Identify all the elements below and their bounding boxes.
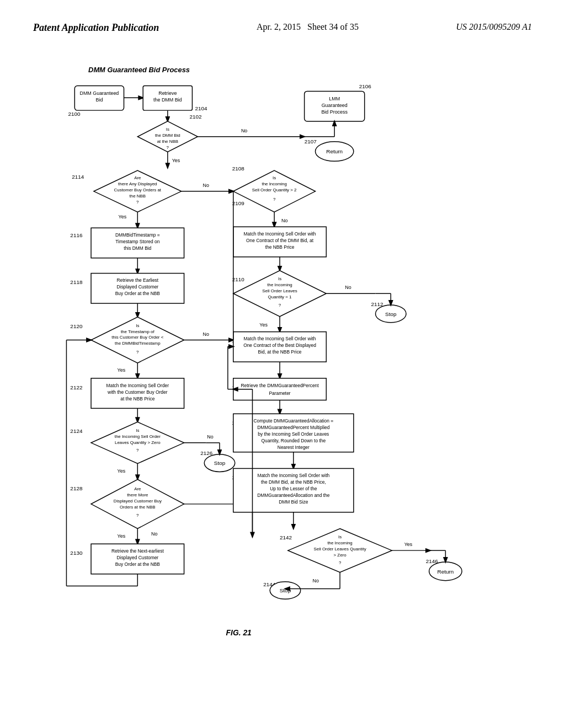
svg-text:?: ? (273, 197, 276, 202)
svg-text:Yes: Yes (172, 158, 180, 163)
svg-text:Compute DMMGuaranteedAllocatio: Compute DMMGuaranteedAllocation = (254, 418, 334, 424)
svg-text:DMMGuaranteedAllocation and th: DMMGuaranteedAllocation and the (257, 493, 330, 498)
svg-text:Sell Order Leaves Quantity: Sell Order Leaves Quantity (314, 547, 366, 552)
svg-text:No: No (241, 128, 247, 133)
page-header: Patent Application Publication Apr. 2, 2… (0, 0, 565, 45)
svg-text:the Incoming Sell Order: the Incoming Sell Order (115, 434, 161, 439)
sheet-number: Sheet 34 of 35 (307, 22, 359, 31)
svg-text:No: No (203, 183, 209, 188)
svg-text:Buy Order at the NBB: Buy Order at the NBB (115, 561, 161, 567)
svg-text:No: No (313, 578, 319, 584)
svg-text:?: ? (279, 303, 281, 308)
svg-text:No: No (203, 331, 209, 337)
svg-text:Yes: Yes (118, 533, 126, 539)
svg-text:?: ? (167, 145, 169, 150)
patent-number: US 2015/0095209 A1 (456, 22, 532, 32)
svg-text:Stop: Stop (385, 311, 397, 317)
svg-text:DMM Bid Size: DMM Bid Size (279, 499, 308, 505)
svg-text:Match the Incoming Sell Order : Match the Incoming Sell Order with (244, 231, 316, 237)
svg-text:Sell Order Quantity > 2: Sell Order Quantity > 2 (252, 188, 297, 192)
svg-text:Quantity, Rounded Down to the: Quantity, Rounded Down to the (261, 438, 326, 443)
svg-text:the Incoming: the Incoming (267, 282, 292, 287)
svg-text:2108: 2108 (232, 165, 245, 172)
svg-text:2106: 2106 (359, 83, 372, 89)
svg-text:Timestamp Stored on: Timestamp Stored on (115, 239, 159, 244)
svg-text:Customer Buy Orders at: Customer Buy Orders at (114, 188, 162, 192)
header-date-sheet: Apr. 2, 2015 Sheet 34 of 35 (257, 22, 359, 32)
svg-text:Yes: Yes (118, 468, 126, 474)
svg-text:Displayed Customer Buy: Displayed Customer Buy (114, 499, 162, 504)
svg-text:the DMM Bid, at the NBB Price,: the DMM Bid, at the NBB Price, (261, 479, 326, 485)
svg-text:2118: 2118 (70, 279, 83, 285)
svg-text:2109: 2109 (232, 200, 245, 206)
svg-text:Yes: Yes (404, 542, 413, 547)
svg-text:No: No (345, 285, 351, 290)
label-2100: 2100 (68, 111, 81, 117)
svg-text:this DMM Bid: this DMM Bid (124, 245, 151, 251)
svg-text:No: No (281, 218, 287, 223)
svg-text:Sell Order Leaves: Sell Order Leaves (262, 288, 297, 293)
svg-text:2110: 2110 (232, 276, 245, 282)
svg-text:at the NBB Price: at the NBB Price (120, 396, 154, 402)
svg-text:2122: 2122 (70, 384, 83, 390)
svg-text:Match the Incoming Sell Order : Match the Incoming Sell Order with (244, 336, 316, 341)
svg-text:> Zero: > Zero (334, 553, 347, 558)
flowchart-svg: DMM Guaranteed Bid Process 2100 DMM Guar… (33, 56, 532, 684)
svg-text:Yes: Yes (118, 367, 126, 373)
svg-text:there Any Displayed: there Any Displayed (118, 181, 157, 186)
svg-text:Leaves Quantity > Zero: Leaves Quantity > Zero (115, 440, 161, 445)
svg-text:2120: 2120 (70, 323, 83, 329)
svg-text:?: ? (136, 448, 139, 453)
svg-text:2142: 2142 (280, 534, 292, 540)
svg-text:the DMM Bid: the DMM Bid (155, 133, 180, 138)
svg-text:Is: Is (166, 127, 169, 132)
svg-text:Retrieve the DMMGuaranteedPerc: Retrieve the DMMGuaranteedPercent (241, 383, 319, 388)
svg-text:this Customer Buy Order <: this Customer Buy Order < (111, 335, 163, 340)
svg-text:Is: Is (278, 276, 281, 281)
svg-text:the Timestamp of: the Timestamp of (121, 329, 155, 334)
svg-text:at the NBB: at the NBB (157, 139, 178, 144)
diagram-title: DMM Guaranteed Bid Process (88, 66, 190, 74)
svg-text:Retrieve the Earliest: Retrieve the Earliest (116, 277, 158, 283)
svg-text:Is: Is (273, 175, 276, 180)
svg-text:the NBB Price: the NBB Price (265, 244, 295, 250)
svg-text:the NBB: the NBB (130, 194, 146, 199)
svg-text:Is: Is (136, 323, 139, 328)
svg-text:2104: 2104 (195, 105, 207, 111)
svg-text:Buy Order at the NBB: Buy Order at the NBB (115, 291, 161, 296)
svg-text:2102: 2102 (189, 114, 202, 120)
svg-text:Retrieve: Retrieve (158, 90, 177, 96)
svg-text:the DMMBidTimestamp: the DMMBidTimestamp (115, 341, 161, 346)
svg-text:Stop: Stop (214, 460, 226, 466)
svg-text:Yes: Yes (259, 322, 268, 328)
svg-text:Are: Are (134, 486, 141, 491)
svg-text:by the Incoming Sell Order Lea: by the Incoming Sell Order Leaves (258, 431, 329, 437)
svg-text:with the Customer Buy Order: with the Customer Buy Order (107, 389, 168, 395)
svg-text:the Incoming: the Incoming (327, 540, 352, 545)
svg-text:2130: 2130 (70, 550, 83, 556)
svg-text:the Incoming: the Incoming (262, 181, 286, 186)
svg-text:No: No (151, 531, 157, 537)
svg-text:Nearest Integer: Nearest Integer (278, 445, 310, 450)
svg-text:Is: Is (136, 428, 139, 433)
svg-text:Bid: Bid (95, 97, 103, 103)
svg-text:Displayed Customer: Displayed Customer (116, 284, 158, 290)
svg-text:LMM: LMM (329, 96, 340, 101)
svg-text:Retrieve the Next-earliest: Retrieve the Next-earliest (111, 548, 164, 554)
svg-text:One Contract of the Best Displ: One Contract of the Best Displayed (243, 342, 316, 348)
svg-text:2107: 2107 (305, 138, 317, 144)
svg-text:One Contract of the DMM Bid, a: One Contract of the DMM Bid, at (246, 238, 314, 243)
svg-text:Are: Are (134, 175, 141, 180)
svg-text:DMMBidTimestamp =: DMMBidTimestamp = (115, 232, 160, 238)
figure-label: FIG. 21 (226, 628, 252, 637)
svg-text:?: ? (136, 513, 139, 518)
publication-date: Apr. 2, 2015 (257, 22, 301, 31)
publication-title: Patent Application Publication (33, 22, 159, 34)
svg-text:Up to the Lesser of the: Up to the Lesser of the (270, 486, 317, 491)
svg-text:Bid, at the NBB Price: Bid, at the NBB Price (258, 349, 302, 355)
svg-text:?: ? (136, 350, 139, 355)
svg-text:Quantity = 1: Quantity = 1 (268, 295, 292, 299)
svg-text:Is: Is (338, 534, 342, 539)
svg-text:2126: 2126 (200, 450, 213, 456)
svg-text:2114: 2114 (72, 174, 84, 180)
